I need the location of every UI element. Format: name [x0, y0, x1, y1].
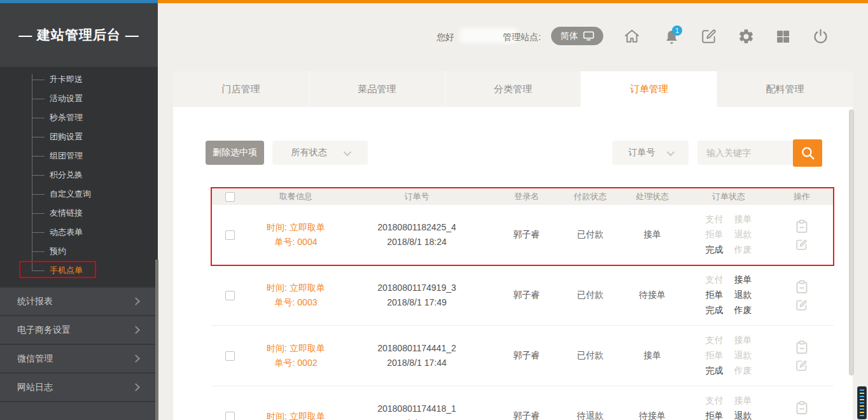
search-type-label: 订单号	[629, 147, 655, 158]
order-state-link-3[interactable]: 退款	[734, 290, 752, 301]
payment-status: 已付款	[577, 350, 604, 361]
pickup-info: 时间: 立即取单单号: 0002	[248, 341, 344, 370]
payment-status-cell: 已付款	[563, 290, 617, 301]
order-states-grid: 支付接单拒单退款完成作废	[706, 214, 752, 256]
sidebar-item-0[interactable]: 升卡即送	[50, 70, 83, 89]
header-cell-4: 处理状态	[617, 191, 687, 202]
sidebar-item-4[interactable]: 组团管理	[50, 146, 83, 165]
section-label: 统计报表	[17, 296, 53, 307]
header-cell-2: 登录名	[490, 191, 563, 202]
row-checkbox-cell	[211, 230, 248, 240]
clipboard-icon[interactable]	[795, 280, 808, 294]
sidebar: — 建站管理后台 — 升卡即送活动设置秒杀管理团购设置组团管理积分兑换自定义查询…	[0, 0, 158, 420]
order-state-link-2[interactable]: 拒单	[706, 410, 724, 420]
chevron-right-icon	[132, 326, 140, 334]
capture-widget[interactable]	[857, 386, 867, 419]
edit-icon[interactable]	[795, 359, 808, 372]
apps-grid-icon[interactable]	[773, 27, 792, 46]
order-state-link-4[interactable]: 完成	[706, 244, 724, 256]
sidebar-section-0[interactable]: 统计报表	[0, 286, 158, 315]
status-filter-dropdown[interactable]: 所有状态	[272, 141, 368, 165]
login-name-cell: 郭子睿	[490, 350, 563, 361]
header-cell-0: 取餐信息	[248, 191, 344, 202]
clipboard-icon[interactable]	[795, 220, 808, 234]
order-number-cell: 20180801174441_22018/8/1 17:44	[344, 341, 490, 370]
order-state-link-2[interactable]: 拒单	[706, 290, 724, 301]
tab-0[interactable]: 门店管理	[173, 71, 309, 107]
tab-1[interactable]: 菜品管理	[309, 71, 445, 107]
table-body: 时间: 立即取单单号: 000420180801182425_42018/8/1…	[211, 205, 834, 420]
pickup-number: 单号: 0004	[275, 235, 318, 249]
order-time: 2018/8/1 17:49	[387, 295, 446, 310]
order-state-link-3[interactable]: 退款	[734, 410, 752, 420]
edit-icon[interactable]	[795, 238, 808, 251]
payment-status-cell: 已付款	[563, 229, 617, 241]
home-icon[interactable]	[622, 27, 641, 46]
order-states-grid: 支付接单拒单退款完成作废	[706, 335, 752, 377]
payment-status-cell: 已付款	[563, 350, 617, 361]
edit-icon[interactable]	[795, 298, 808, 311]
tab-2[interactable]: 分类管理	[445, 71, 582, 107]
orders-table: 取餐信息订单号登录名付款状态处理状态订单状态操作 时间: 立即取单单号: 000…	[211, 188, 834, 420]
row-checkbox[interactable]	[225, 412, 235, 420]
sidebar-item-8[interactable]: 动态表单	[50, 223, 83, 242]
order-state-link-1[interactable]: 接单	[734, 274, 752, 286]
main-scrollbar-thumb[interactable]	[849, 109, 854, 375]
chevron-down-icon	[666, 148, 675, 156]
greeting-text: 您好	[437, 32, 454, 43]
sidebar-item-6[interactable]: 自定义查询	[50, 185, 91, 204]
pickup-time: 时间: 立即取单	[267, 409, 325, 420]
sidebar-sections: 统计报表电子商务设置微信管理网站日志	[0, 286, 158, 420]
row-checkbox[interactable]	[225, 230, 235, 240]
row-checkbox[interactable]	[225, 351, 235, 361]
order-states-cell: 支付接单拒单退款完成作废	[687, 395, 770, 420]
tab-4[interactable]: 配料管理	[717, 71, 853, 107]
clipboard-icon[interactable]	[795, 401, 808, 415]
operations-cell	[770, 401, 834, 420]
order-state-link-4[interactable]: 完成	[706, 365, 724, 377]
gear-icon[interactable]	[736, 27, 755, 46]
keyword-input[interactable]	[697, 141, 793, 165]
order-state-link-2: 拒单	[706, 229, 724, 241]
sidebar-section-2[interactable]: 微信管理	[0, 344, 158, 372]
chevron-right-icon	[132, 383, 140, 391]
tab-3[interactable]: 订单管理	[581, 71, 717, 107]
compose-icon[interactable]	[699, 27, 718, 46]
sidebar-item-2[interactable]: 秒杀管理	[50, 108, 83, 127]
order-number: 20180801174418_1	[377, 402, 456, 416]
highlight-red-box	[19, 261, 96, 278]
select-all-checkbox[interactable]	[225, 192, 235, 202]
power-icon[interactable]	[811, 27, 830, 46]
login-name: 郭子睿	[514, 350, 540, 361]
notification-badge: 1	[672, 25, 682, 36]
order-states-grid: 支付接单拒单退款完成作废	[706, 274, 752, 316]
operations-cell	[770, 280, 834, 311]
order-state-link-5[interactable]: 作废	[734, 305, 752, 316]
order-state-link-4[interactable]: 完成	[706, 305, 724, 316]
pickup-time: 时间: 立即取单	[267, 281, 325, 295]
sidebar-item-3[interactable]: 团购设置	[50, 127, 83, 146]
sidebar-section-3[interactable]: 网站日志	[0, 372, 158, 401]
search-button[interactable]	[793, 139, 822, 167]
delete-selected-button[interactable]: 删除选中项	[206, 141, 264, 165]
order-number-cell: 20180801174418_12018/8/1 17:44	[344, 402, 490, 420]
sidebar-section-1[interactable]: 电子商务设置	[0, 315, 158, 344]
sidebar-item-7[interactable]: 友情链接	[50, 204, 83, 223]
order-number: 20180801174441_2	[377, 341, 456, 356]
login-name-cell: 郭子睿	[490, 229, 563, 241]
row-checkbox[interactable]	[225, 291, 235, 300]
sidebar-item-1[interactable]: 活动设置	[50, 89, 83, 108]
sidebar-scrollbar-thumb[interactable]	[155, 260, 158, 420]
order-states-grid: 支付接单拒单退款完成作废	[706, 395, 752, 420]
sidebar-item-9[interactable]: 预约	[50, 242, 66, 261]
language-pill[interactable]: 简体	[551, 27, 603, 45]
sidebar-item-5[interactable]: 积分兑换	[50, 165, 83, 185]
pickup-time: 时间: 立即取单	[267, 220, 325, 235]
clipboard-icon[interactable]	[795, 340, 808, 354]
tabs: 门店管理菜品管理分类管理订单管理配料管理	[173, 71, 853, 107]
section-label: 微信管理	[17, 353, 53, 365]
sidebar-section-filler	[0, 401, 158, 420]
search-type-dropdown[interactable]: 订单号	[612, 141, 689, 165]
process-status-cell: 待接单	[617, 290, 687, 301]
pickup-number: 单号: 0002	[275, 356, 318, 370]
